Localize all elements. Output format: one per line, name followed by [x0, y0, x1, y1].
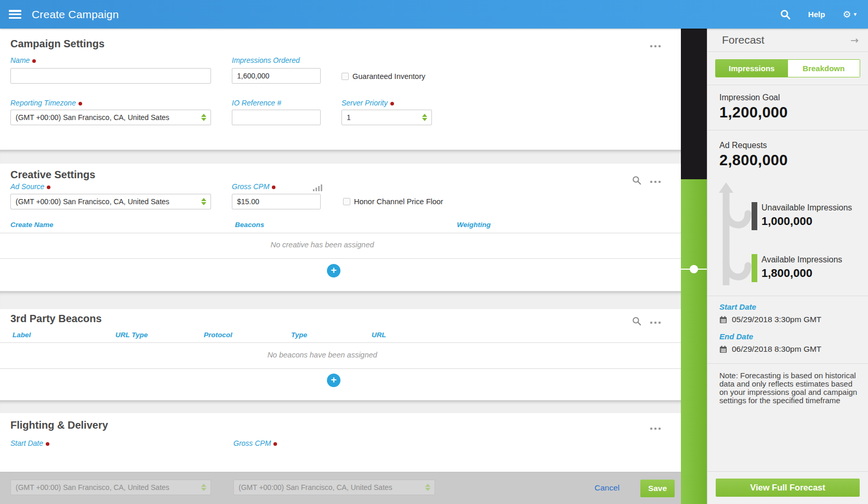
required-indicator — [390, 102, 394, 105]
name-field[interactable] — [10, 68, 211, 84]
reporting-timezone-select[interactable]: (GMT +00:00) San Francisco, CA, United S… — [10, 110, 211, 125]
available-label: Available Impressions — [761, 255, 842, 264]
forecast-panel: Forecast → Impressions Breakdown Impress… — [707, 29, 868, 504]
section-divider-band — [0, 150, 681, 164]
collapse-panel-arrow-icon[interactable]: → — [850, 34, 859, 46]
section-divider-band — [0, 291, 681, 309]
column-header-label: Label — [12, 331, 31, 339]
campaign-settings-section: Campaign Settings Name Impressions Order… — [0, 29, 681, 150]
start-date-label: Start Date — [10, 439, 49, 447]
name-label: Name — [10, 56, 36, 64]
ad-source-select[interactable]: (GMT +00:00) San Francisco, CA, United S… — [10, 194, 211, 209]
column-header-url: URL — [372, 331, 386, 339]
top-app-bar: Create Campaign Help ⚙ ▾ — [0, 0, 868, 29]
section-search-icon[interactable] — [632, 316, 641, 326]
section-title: 3rd Party Beacons — [10, 313, 102, 325]
column-header-type: Type — [291, 331, 307, 339]
forecast-start-date-label: Start Date — [719, 302, 868, 311]
calendar-icon — [719, 316, 727, 324]
server-priority-label: Server Priority — [341, 99, 394, 107]
impression-goal-label: Impression Goal — [719, 93, 868, 102]
help-link[interactable]: Help — [808, 10, 825, 19]
ad-source-label: Ad Source — [10, 182, 50, 191]
settings-menu[interactable]: ⚙ ▾ — [843, 9, 857, 20]
server-priority-select[interactable]: 1 — [341, 110, 432, 125]
strip-dark-segment — [681, 29, 707, 179]
add-beacon-button[interactable]: + — [327, 374, 340, 387]
forecast-divider-strip — [681, 29, 707, 504]
required-indicator — [273, 442, 277, 446]
cancel-button[interactable]: Cancel — [595, 483, 620, 493]
forecast-tabs: Impressions Breakdown — [715, 59, 860, 77]
impressions-ordered-label: Impressions Ordered — [232, 56, 300, 64]
hamburger-menu-icon[interactable] — [9, 10, 21, 19]
unavailable-label: Unavailable Impressions — [761, 203, 852, 213]
empty-beacons-message: No beacons have been assigned — [0, 351, 645, 359]
select-chevrons-icon — [201, 114, 206, 121]
required-indicator — [78, 102, 82, 105]
column-header-weighting: Weighting — [457, 221, 491, 229]
required-indicator — [272, 185, 275, 189]
column-header-url-type: URL Type — [115, 331, 148, 339]
bottom-action-bar: (GMT +00:00) San Francisco, CA, United S… — [0, 472, 681, 504]
gross-cpm-select-disabled[interactable]: (GMT +00:00) San Francisco, CA, United S… — [233, 480, 435, 495]
start-date-select-disabled[interactable]: (GMT +00:00) San Francisco, CA, United S… — [10, 480, 211, 495]
forecast-start-date-value: 05/29/2018 3:30pm GMT — [732, 315, 821, 324]
section-menu-icon[interactable] — [648, 426, 663, 432]
section-menu-icon[interactable] — [648, 320, 663, 326]
io-reference-label: IO Reference # — [232, 99, 281, 107]
empty-creatives-message: No creative has been assigned — [0, 241, 645, 249]
forecast-funnel-icon — [718, 182, 754, 286]
main-content: Campaign Settings Name Impressions Order… — [0, 29, 681, 504]
io-reference-field[interactable] — [232, 110, 321, 125]
select-chevrons-icon — [425, 484, 430, 491]
add-creative-button[interactable]: + — [327, 264, 340, 277]
section-divider-band — [0, 400, 681, 413]
forecast-end-date-value: 06/29/2018 8:30pm GMT — [732, 344, 821, 354]
section-menu-icon[interactable] — [648, 179, 663, 185]
gear-icon: ⚙ — [843, 9, 851, 20]
beacons-section: 3rd Party Beacons Label URL Type Protoco… — [0, 309, 681, 400]
select-chevrons-icon — [201, 484, 206, 491]
unavailable-bar — [752, 202, 757, 230]
ad-requests-value: 2,800,000 — [719, 152, 868, 169]
page-title: Create Campaign — [32, 8, 119, 21]
impression-goal-value: 1,200,000 — [719, 104, 868, 121]
required-indicator — [47, 185, 50, 189]
column-header-create-name: Create Name — [10, 221, 54, 229]
impressions-ordered-field[interactable] — [232, 68, 321, 84]
ad-requests-label: Ad Requests — [719, 141, 868, 150]
select-chevrons-icon — [201, 198, 206, 205]
required-indicator — [32, 59, 36, 63]
chevron-down-icon: ▾ — [853, 11, 857, 18]
cpm-chart-icon[interactable] — [313, 184, 322, 191]
section-title: Campaign Settings — [10, 38, 104, 50]
unavailable-value: 1,000,000 — [761, 215, 812, 228]
column-header-beacons: Beacons — [235, 221, 264, 229]
tab-breakdown[interactable]: Breakdown — [788, 60, 860, 77]
section-title: Flighting & Delivery — [10, 419, 108, 431]
creative-settings-section: Creative Settings Ad Source (GMT +00:00)… — [0, 164, 681, 291]
select-chevrons-icon — [422, 114, 427, 121]
view-full-forecast-button[interactable]: View Full Forecast — [716, 479, 860, 497]
section-title: Creative Settings — [10, 169, 95, 181]
strip-drag-handle[interactable] — [690, 265, 698, 273]
gross-cpm-label: Gross CPM — [232, 182, 275, 191]
available-bar — [752, 254, 757, 282]
tab-impressions[interactable]: Impressions — [716, 60, 788, 77]
honor-price-floor-checkbox[interactable] — [343, 198, 350, 205]
guaranteed-inventory-checkbox[interactable] — [341, 73, 349, 80]
section-search-icon[interactable] — [632, 176, 641, 185]
required-indicator — [46, 442, 49, 446]
available-value: 1,800,000 — [761, 267, 812, 280]
search-icon[interactable] — [780, 9, 791, 20]
gross-cpm-field[interactable] — [232, 194, 321, 209]
save-button[interactable]: Save — [640, 480, 675, 497]
forecast-title: Forecast — [722, 34, 765, 46]
forecast-note: Note: Forecasting is based on historical… — [707, 364, 868, 405]
guaranteed-inventory-label: Guaranteed Inventory — [352, 72, 425, 81]
flighting-gross-cpm-label: Gross CPM — [233, 439, 277, 447]
honor-price-floor-label: Honor Channel Price Floor — [354, 197, 443, 206]
forecast-end-date-label: End Date — [719, 332, 868, 341]
section-menu-icon[interactable] — [648, 43, 663, 49]
